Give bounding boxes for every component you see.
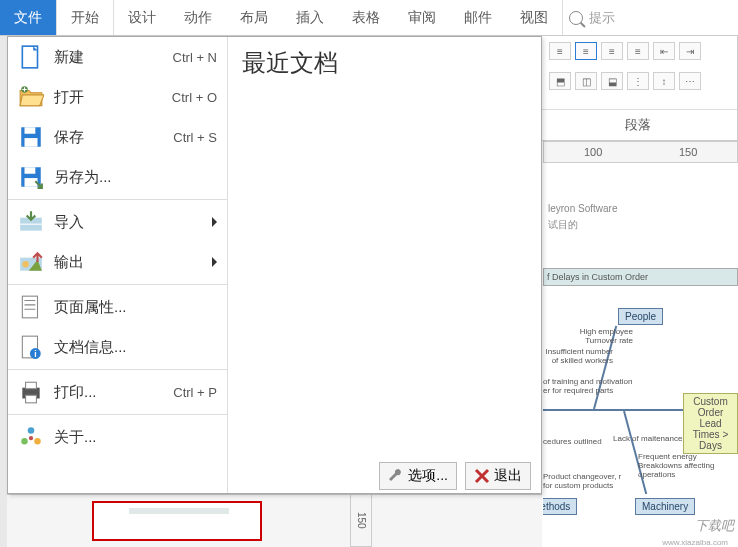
valign-mid-button[interactable]: ◫ — [575, 72, 597, 90]
file-print-label: 打印... — [54, 383, 173, 402]
file-about[interactable]: 关于... — [8, 417, 227, 457]
divider — [8, 284, 227, 285]
file-dropdown: 新建 Ctrl + N 打开 Ctrl + O 保存 Ctrl + S 另存为.… — [7, 36, 542, 494]
svg-point-18 — [28, 427, 35, 434]
bullets-button[interactable]: ⋮ — [627, 72, 649, 90]
submenu-arrow-icon — [212, 217, 217, 227]
file-print[interactable]: 打印... Ctrl + P — [8, 372, 227, 412]
spacing-button[interactable]: ↕ — [653, 72, 675, 90]
options-label: 选项... — [408, 467, 448, 485]
more-button[interactable]: ⋯ — [679, 72, 701, 90]
saveas-icon — [18, 164, 44, 190]
svg-point-19 — [21, 438, 28, 445]
annotation: High employee Turnover rate — [573, 328, 633, 346]
svg-point-21 — [29, 436, 33, 440]
file-doc-info[interactable]: i 文档信息... — [8, 327, 227, 367]
about-icon — [18, 424, 44, 450]
file-new-label: 新建 — [54, 48, 173, 67]
tab-home[interactable]: 开始 — [57, 0, 114, 35]
valign-top-button[interactable]: ⬒ — [549, 72, 571, 90]
tab-file[interactable]: 文件 — [0, 0, 57, 35]
annotation: of training and motivation er for requir… — [543, 378, 633, 396]
file-save-label: 保存 — [54, 128, 173, 147]
tab-action[interactable]: 动作 — [170, 0, 226, 35]
svg-point-20 — [34, 438, 41, 445]
purpose-text: 试目的 — [548, 218, 578, 232]
annotation: Insufficient number of skilled workers — [543, 348, 613, 366]
tab-insert[interactable]: 插入 — [282, 0, 338, 35]
ruler-mark: 100 — [584, 146, 602, 158]
annotation: Lack of maitenance — [613, 435, 682, 444]
import-icon — [18, 209, 44, 235]
tab-review[interactable]: 审阅 — [394, 0, 450, 35]
file-export[interactable]: 输出 — [8, 242, 227, 282]
tab-view[interactable]: 视图 — [506, 0, 562, 35]
search-icon — [569, 11, 583, 25]
divider — [8, 369, 227, 370]
file-bottom-bar: 选项... 退出 — [369, 459, 541, 493]
paragraph-label: 段落 — [539, 109, 737, 140]
new-icon — [18, 44, 44, 70]
recent-title: 最近文档 — [242, 47, 527, 79]
tab-mail[interactable]: 邮件 — [450, 0, 506, 35]
file-saveas[interactable]: 另存为... — [8, 157, 227, 197]
save-icon — [18, 124, 44, 150]
wrench-icon — [388, 468, 404, 484]
node-methods[interactable]: Methods — [543, 498, 577, 515]
diagram-title: f Delays in Custom Order — [543, 268, 738, 286]
software-text: leyron Software — [548, 203, 617, 214]
divider — [8, 414, 227, 415]
file-page-props[interactable]: 页面属性... — [8, 287, 227, 327]
file-import[interactable]: 导入 — [8, 202, 227, 242]
node-outcome[interactable]: Custom Order Lead Times > Days — [683, 393, 738, 454]
tab-table[interactable]: 表格 — [338, 0, 394, 35]
options-button[interactable]: 选项... — [379, 462, 457, 490]
file-open[interactable]: 打开 Ctrl + O — [8, 77, 227, 117]
tab-design[interactable]: 设计 — [114, 0, 170, 35]
annotation: Frequent energy Breakdowns affecting ope… — [638, 453, 733, 479]
align-center-button[interactable]: ≡ — [575, 42, 597, 60]
paragraph-group: ≡ ≡ ≡ ≡ ⇤ ⇥ ⬒ ◫ ⬓ ⋮ ↕ ⋯ 段落 — [538, 36, 738, 141]
file-export-label: 输出 — [54, 253, 212, 272]
file-about-label: 关于... — [54, 428, 217, 447]
valign-bot-button[interactable]: ⬓ — [601, 72, 623, 90]
svg-rect-3 — [25, 127, 36, 134]
print-icon — [18, 379, 44, 405]
file-new-shortcut: Ctrl + N — [173, 50, 217, 65]
file-print-shortcut: Ctrl + P — [173, 385, 217, 400]
menu-search[interactable]: 提示 — [562, 0, 621, 35]
left-strip — [0, 36, 7, 547]
svg-rect-11 — [22, 296, 37, 318]
info-icon: i — [18, 334, 44, 360]
svg-rect-6 — [25, 167, 36, 174]
watermark: 下载吧 — [695, 517, 734, 535]
tab-layout[interactable]: 布局 — [226, 0, 282, 35]
page-icon — [18, 294, 44, 320]
page-thumbnail[interactable] — [92, 501, 262, 541]
svg-rect-4 — [25, 138, 38, 147]
node-people[interactable]: People — [618, 308, 663, 325]
indent-right-button[interactable]: ⇥ — [679, 42, 701, 60]
file-page-props-label: 页面属性... — [54, 298, 217, 317]
file-menu-list: 新建 Ctrl + N 打开 Ctrl + O 保存 Ctrl + S 另存为.… — [8, 37, 228, 493]
recent-panel: 最近文档 — [228, 37, 541, 493]
file-save-shortcut: Ctrl + S — [173, 130, 217, 145]
exit-button[interactable]: 退出 — [465, 462, 531, 490]
divider — [8, 199, 227, 200]
vertical-ruler: 150 — [350, 494, 372, 547]
file-open-shortcut: Ctrl + O — [172, 90, 217, 105]
node-machinery[interactable]: Machinery — [635, 498, 695, 515]
align-left-button[interactable]: ≡ — [549, 42, 571, 60]
indent-left-button[interactable]: ⇤ — [653, 42, 675, 60]
file-new[interactable]: 新建 Ctrl + N — [8, 37, 227, 77]
svg-text:i: i — [34, 349, 36, 359]
file-doc-info-label: 文档信息... — [54, 338, 217, 357]
fishbone-spine — [543, 409, 683, 411]
file-save[interactable]: 保存 Ctrl + S — [8, 117, 227, 157]
annotation: Product changeover, r for custom product… — [543, 473, 623, 491]
svg-rect-16 — [26, 382, 37, 389]
align-right-button[interactable]: ≡ — [601, 42, 623, 60]
ruler-mark: 150 — [679, 146, 697, 158]
canvas[interactable]: leyron Software 试目的 f Delays in Custom O… — [543, 163, 738, 547]
align-justify-button[interactable]: ≡ — [627, 42, 649, 60]
